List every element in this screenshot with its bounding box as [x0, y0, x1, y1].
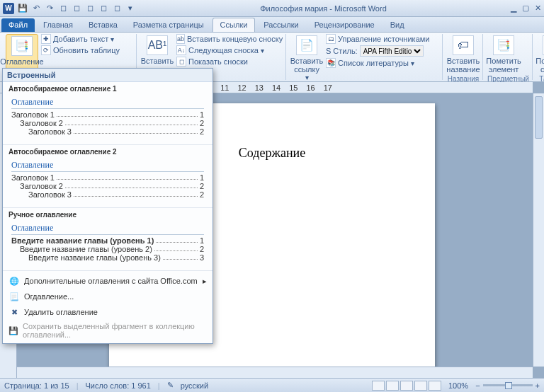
proofing-icon[interactable]: ✎ [167, 381, 174, 390]
qat-btn[interactable]: ◻ [71, 3, 82, 14]
chevron-right-icon: ▸ [203, 277, 207, 286]
zoom-in-icon[interactable]: + [536, 381, 540, 390]
view-web[interactable] [400, 381, 413, 391]
insert-endnote-button[interactable]: abВставить концевую сноску [176, 34, 283, 44]
view-print-layout[interactable] [372, 381, 385, 391]
citation-icon: 📄 [296, 35, 317, 55]
office-icon: 🌐 [8, 275, 20, 287]
update-table-button[interactable]: ⟳Обновить таблицу [41, 45, 133, 55]
next-footnote-icon: A↓ [176, 45, 186, 55]
zoom-level[interactable]: 100% [448, 381, 468, 390]
maximize-icon[interactable]: ▢ [522, 4, 529, 13]
update-icon: ⟳ [41, 45, 51, 55]
save-icon[interactable]: 💾 [17, 3, 28, 14]
titlebar: W 💾 ↶ ↷ ◻ ◻ ◻ ◻ ◻ ▾ Философия мария - Mi… [0, 0, 544, 17]
zoom-out-icon[interactable]: − [475, 381, 480, 390]
tab-references[interactable]: Ссылки [212, 18, 256, 32]
remove-icon: ✖ [8, 306, 20, 318]
view-outline[interactable] [414, 381, 427, 391]
tab-view[interactable]: Вид [383, 18, 412, 32]
remove-toc[interactable]: ✖Удалить оглавление [3, 304, 212, 320]
vertical-scrollbar[interactable] [533, 93, 544, 367]
toc-dialog-icon: 📃 [8, 291, 20, 302]
next-footnote-button[interactable]: A↓Следующая сноска ▾ [176, 45, 283, 55]
qat-dropdown-icon[interactable]: ▾ [125, 3, 136, 14]
bibliography-icon: 📚 [326, 58, 336, 68]
redo-icon[interactable]: ↷ [44, 3, 55, 14]
ribbon-tabs: Файл Главная Вставка Разметка страницы С… [0, 17, 544, 33]
undo-icon[interactable]: ↶ [30, 3, 42, 14]
mark-entry-icon: 📑 [493, 35, 514, 55]
footnote-icon: AB¹ [147, 35, 168, 55]
toc-icon: 📑 [11, 36, 33, 56]
tab-page-layout[interactable]: Разметка страницы [126, 18, 211, 32]
endnote-icon: ab [176, 34, 185, 44]
view-fullscreen[interactable] [386, 381, 399, 391]
mark-citation-button[interactable]: 📋 Пометить ссылку [537, 34, 544, 75]
tab-file[interactable]: Файл [1, 18, 35, 32]
word-app-icon: W [3, 3, 14, 14]
tab-insert[interactable]: Вставка [81, 18, 125, 32]
status-language[interactable]: русский [181, 381, 208, 390]
toc-gallery-dropdown: Встроенный Автособираемое оглавление 1 О… [2, 68, 213, 344]
status-word-count[interactable]: Число слов: 1 961 [85, 381, 150, 390]
bibliography-button[interactable]: 📚Список литературы ▾ [326, 58, 439, 68]
close-icon[interactable]: ✕ [535, 4, 541, 13]
more-toc-office[interactable]: 🌐Дополнительные оглавления с сайта Offic… [3, 273, 212, 289]
window-title: Философия мария - Microsoft Word [136, 4, 511, 13]
style-icon: S [326, 47, 331, 55]
insert-toc-dialog[interactable]: 📃Огдавление... [3, 289, 212, 304]
zoom-slider[interactable]: −+ [475, 381, 540, 390]
status-page[interactable]: Страница: 1 из 15 [4, 381, 69, 390]
show-notes-button[interactable]: ◻Показать сноски [176, 57, 283, 67]
statusbar: Страница: 1 из 15| Число слов: 1 961| ✎ … [0, 378, 544, 392]
quick-access-toolbar: 💾 ↶ ↷ ◻ ◻ ◻ ◻ ◻ ▾ [17, 3, 136, 14]
add-text-icon: ✚ [41, 34, 51, 44]
manage-sources-button[interactable]: 🗂Управление источниками [326, 34, 439, 44]
qat-btn[interactable]: ◻ [57, 3, 69, 14]
qat-btn[interactable]: ◻ [111, 3, 123, 14]
caption-icon: 🏷 [453, 35, 474, 55]
insert-caption-button[interactable]: 🏷 Вставить название [447, 34, 480, 75]
qat-btn[interactable]: ◻ [84, 3, 96, 14]
sources-icon: 🗂 [326, 34, 336, 44]
toc-style-manual[interactable]: Ручное оглавление Оглавление Введите наз… [3, 208, 212, 271]
view-buttons [372, 381, 441, 391]
citation-style-selector[interactable]: SСтиль:APA Fifth Edition [326, 45, 439, 57]
save-selection-toc: 💾Сохранить выделенный фрагмент в коллекц… [3, 320, 212, 341]
horizontal-scrollbar[interactable] [17, 367, 533, 378]
style-dropdown[interactable]: APA Fifth Edition [360, 45, 424, 57]
show-notes-icon: ◻ [176, 57, 186, 67]
insert-citation-button[interactable]: 📄 Вставить ссылку▾ [290, 34, 323, 83]
tab-mailings[interactable]: Рассылки [256, 18, 305, 32]
scrollbar-thumb[interactable] [535, 96, 543, 139]
tab-home[interactable]: Главная [36, 18, 80, 32]
save-selection-icon: 💾 [8, 325, 18, 336]
view-draft[interactable] [429, 381, 441, 391]
qat-btn[interactable]: ◻ [98, 3, 109, 14]
add-text-button[interactable]: ✚Добавить текст ▾ [41, 34, 133, 44]
toc-style-auto1[interactable]: Автособираемое оглавление 1 Оглавление З… [3, 82, 212, 145]
gallery-category: Встроенный [3, 69, 212, 82]
mark-entry-button[interactable]: 📑 Пометить элемент [487, 34, 520, 75]
tab-review[interactable]: Рецензирование [307, 18, 382, 32]
minimize-icon[interactable]: ▁ [511, 4, 516, 13]
toc-style-auto2[interactable]: Автособираемое оглавление 2 Оглавление З… [3, 145, 212, 208]
